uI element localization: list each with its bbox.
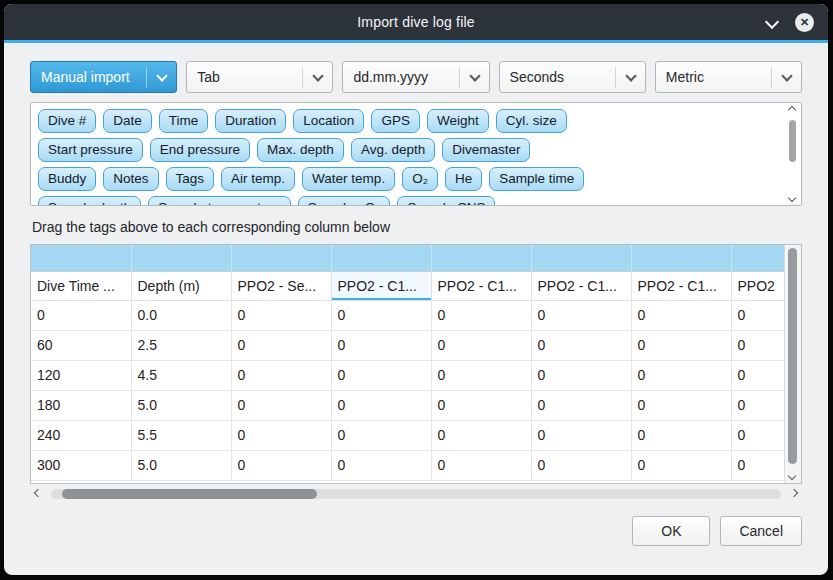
table-cell: 0 [331, 420, 431, 450]
draggable-tag[interactable]: Sample depth [38, 196, 141, 206]
field-separator-value: Tab [197, 69, 220, 85]
dialog-button-row: OK Cancel [30, 516, 802, 546]
draggable-tag[interactable]: Water temp. [302, 167, 395, 191]
drop-target-cell[interactable] [431, 245, 531, 271]
draggable-tag[interactable]: Sample CNS [397, 196, 495, 206]
draggable-tag[interactable]: Notes [103, 167, 158, 191]
table-viewport: Dive Time ...Depth (m)PPO2 - Se...PPO2 -… [31, 245, 785, 483]
draggable-tag[interactable]: End pressure [150, 138, 250, 162]
table-cell: 0 [631, 420, 731, 450]
column-header[interactable]: PPO2 - C1... [431, 271, 531, 300]
titlebar-controls: ✕ [767, 4, 814, 40]
table-cell: 300 [31, 450, 131, 480]
table-cell: 120 [31, 360, 131, 390]
table-cell: 0 [231, 420, 331, 450]
close-icon[interactable]: ✕ [795, 13, 814, 32]
import-mode-dropdown[interactable]: Manual import [30, 61, 177, 93]
draggable-tag[interactable]: Sample temperature [148, 196, 290, 206]
table-cell: 0 [731, 390, 785, 420]
units-dropdown[interactable]: Metric [655, 61, 802, 93]
duration-format-dropdown[interactable]: Seconds [499, 61, 646, 93]
draggable-tag[interactable]: Dive # [38, 109, 96, 133]
draggable-tag[interactable]: He [445, 167, 482, 191]
scroll-up-icon[interactable] [788, 106, 796, 114]
draggable-tag[interactable]: GPS [371, 109, 420, 133]
column-header-row: Dive Time ...Depth (m)PPO2 - Se...PPO2 -… [31, 271, 785, 300]
drop-target-cell[interactable] [731, 245, 785, 271]
drop-target-cell[interactable] [631, 245, 731, 271]
draggable-tag[interactable]: Start pressure [38, 138, 143, 162]
draggable-tag[interactable]: Buddy [38, 167, 96, 191]
scroll-right-icon[interactable] [790, 489, 798, 497]
table-cell: 0 [731, 450, 785, 480]
table-vertical-scrollbar[interactable] [784, 245, 801, 483]
duration-format-value: Seconds [510, 69, 564, 85]
scroll-down-icon[interactable] [788, 472, 796, 480]
table-cell: 0 [331, 300, 431, 330]
table-row: 602.5000000 [31, 330, 785, 360]
draggable-tag[interactable]: Divemaster [442, 138, 530, 162]
table-cell: 0.0 [131, 300, 231, 330]
scroll-left-icon[interactable] [34, 489, 42, 497]
table-cell: 0 [331, 360, 431, 390]
date-format-dropdown[interactable]: dd.mm.yyyy [342, 61, 489, 93]
draggable-tag[interactable]: Date [103, 109, 152, 133]
table-cell: 0 [31, 300, 131, 330]
table-cell: 0 [631, 360, 731, 390]
column-header[interactable]: PPO2 - C1... [531, 271, 631, 300]
field-separator-dropdown[interactable]: Tab [186, 61, 333, 93]
column-header[interactable]: PPO2 - Se... [231, 271, 331, 300]
import-dialog-window: Import dive log file ✕ Manual import Tab… [3, 3, 829, 576]
scrollbar-track[interactable] [51, 489, 781, 499]
draggable-tag[interactable]: Weight [427, 109, 489, 133]
column-header[interactable]: Depth (m) [131, 271, 231, 300]
column-header[interactable]: PPO2 - C1... [331, 271, 431, 300]
drop-target-cell[interactable] [31, 245, 131, 271]
tag-row: Start pressureEnd pressureMax. depthAvg.… [38, 138, 779, 162]
table-cell: 0 [231, 450, 331, 480]
drop-target-cell[interactable] [531, 245, 631, 271]
table-cell: 60 [31, 330, 131, 360]
table-cell: 0 [531, 420, 631, 450]
table-cell: 5.0 [131, 390, 231, 420]
draggable-tag[interactable]: O₂ [402, 167, 438, 191]
scrollbar-thumb[interactable] [789, 120, 796, 162]
date-format-value: dd.mm.yyyy [353, 69, 428, 85]
import-options-row: Manual import Tab dd.mm.yyyy Seconds Met… [30, 61, 802, 93]
draggable-tag[interactable]: Air temp. [221, 167, 295, 191]
tag-pool-scrollbar[interactable] [786, 105, 799, 203]
table-cell: 0 [531, 360, 631, 390]
ok-button[interactable]: OK [632, 516, 710, 546]
shade-chevron-icon[interactable] [765, 15, 779, 29]
draggable-tag[interactable]: Tags [166, 167, 215, 191]
draggable-tag[interactable]: Time [159, 109, 209, 133]
draggable-tag[interactable]: Max. depth [257, 138, 344, 162]
draggable-tag[interactable]: Avg. depth [351, 138, 435, 162]
table-horizontal-scrollbar[interactable] [30, 487, 802, 502]
scroll-down-icon[interactable] [788, 194, 796, 202]
table-cell: 0 [531, 300, 631, 330]
table-row: 3005.0000000 [31, 450, 785, 480]
column-header[interactable]: Dive Time ... [31, 271, 131, 300]
cancel-button[interactable]: Cancel [720, 516, 802, 546]
drag-instruction-label: Drag the tags above to each correspondin… [32, 219, 802, 235]
scrollbar-thumb[interactable] [788, 248, 797, 464]
drop-target-cell[interactable] [331, 245, 431, 271]
column-header[interactable]: PPO2 - C1... [631, 271, 731, 300]
drop-target-cell[interactable] [131, 245, 231, 271]
dropdown-arrow-box [302, 67, 322, 88]
dropdown-arrow-box [146, 67, 166, 88]
drop-target-cell[interactable] [231, 245, 331, 271]
table-cell: 0 [231, 330, 331, 360]
draggable-tag[interactable]: Cyl. size [496, 109, 567, 133]
tag-row: Dive #DateTimeDurationLocationGPSWeightC… [38, 109, 779, 133]
table-cell: 0 [531, 330, 631, 360]
draggable-tag[interactable]: Location [293, 109, 364, 133]
table-body: 00.0000000602.50000001204.50000001805.00… [31, 300, 785, 480]
draggable-tag[interactable]: Sample pO₂ [298, 196, 391, 206]
table-row: 1204.5000000 [31, 360, 785, 390]
draggable-tag[interactable]: Duration [215, 109, 286, 133]
scrollbar-thumb[interactable] [62, 489, 318, 499]
column-header[interactable]: PPO2 [731, 271, 785, 300]
draggable-tag[interactable]: Sample time [489, 167, 584, 191]
